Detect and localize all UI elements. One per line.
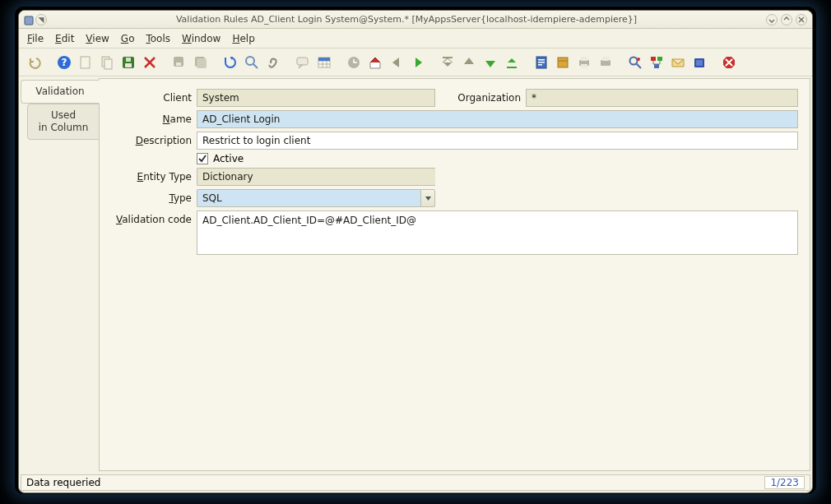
svg-rect-16 bbox=[318, 58, 330, 61]
new-icon[interactable] bbox=[77, 53, 95, 72]
active-checkbox[interactable]: Active bbox=[197, 153, 244, 164]
up-icon[interactable] bbox=[460, 53, 478, 72]
svg-rect-27 bbox=[581, 64, 587, 68]
home-icon[interactable] bbox=[366, 53, 384, 72]
svg-rect-19 bbox=[507, 67, 517, 68]
print-preview-icon[interactable] bbox=[597, 53, 615, 72]
menu-window[interactable]: Window bbox=[182, 33, 221, 44]
saveall-icon[interactable] bbox=[170, 53, 188, 72]
ignore-icon[interactable] bbox=[192, 53, 210, 72]
tab-validation[interactable]: Validation bbox=[21, 80, 100, 104]
history-icon[interactable] bbox=[345, 53, 363, 72]
tab-used-in-column[interactable]: Used in Column bbox=[27, 104, 100, 140]
find-icon[interactable] bbox=[626, 53, 644, 72]
refresh-icon[interactable] bbox=[221, 53, 239, 72]
prev-icon[interactable] bbox=[388, 53, 406, 72]
menu-view[interactable]: View bbox=[86, 33, 109, 44]
type-combo[interactable]: SQL bbox=[197, 189, 435, 207]
menu-go[interactable]: Go bbox=[121, 33, 135, 44]
svg-rect-12 bbox=[197, 58, 207, 68]
minimize-button[interactable] bbox=[766, 14, 778, 25]
attach-icon[interactable] bbox=[264, 53, 282, 72]
svg-rect-8 bbox=[126, 58, 131, 62]
svg-rect-34 bbox=[654, 64, 659, 68]
menu-edit[interactable]: Edit bbox=[55, 33, 74, 44]
product-icon[interactable] bbox=[690, 53, 708, 72]
svg-rect-26 bbox=[581, 57, 587, 61]
label-entity-type: Entity Type bbox=[106, 171, 197, 183]
titlebar: ◥ Validation Rules AD_Client Login Syste… bbox=[19, 11, 812, 29]
svg-rect-14 bbox=[297, 58, 308, 65]
next-icon[interactable] bbox=[409, 53, 427, 72]
undo-icon[interactable] bbox=[26, 53, 44, 72]
chevron-down-icon[interactable] bbox=[420, 189, 435, 207]
check-icon bbox=[197, 153, 208, 164]
request-icon[interactable] bbox=[669, 53, 687, 72]
entity-type-combo[interactable]: Dictionary bbox=[197, 168, 435, 186]
validation-code-field[interactable]: AD_Client.AD_Client_ID=@#AD_Client_ID@ bbox=[197, 210, 798, 255]
client-field: System bbox=[197, 89, 435, 107]
svg-point-13 bbox=[246, 57, 254, 65]
grid-icon[interactable] bbox=[315, 53, 333, 72]
record-counter: 1/223 bbox=[764, 476, 805, 489]
chat-icon[interactable] bbox=[294, 53, 312, 72]
window-menu-icon[interactable]: ◥ bbox=[35, 14, 47, 25]
window-title: Validation Rules AD_Client Login System@… bbox=[47, 14, 766, 25]
svg-rect-32 bbox=[651, 57, 656, 61]
organization-field: * bbox=[526, 89, 798, 107]
svg-rect-28 bbox=[601, 60, 610, 66]
help-icon[interactable]: ? bbox=[55, 53, 73, 72]
menu-tools[interactable]: Tools bbox=[146, 33, 170, 44]
print-icon[interactable] bbox=[575, 53, 593, 72]
label-description: Description bbox=[106, 135, 197, 146]
svg-text:?: ? bbox=[62, 57, 67, 68]
close-button[interactable] bbox=[796, 14, 807, 25]
label-type: Type bbox=[106, 192, 197, 204]
entity-type-value: Dictionary bbox=[197, 168, 435, 186]
form-pane: Client System Organization * Name AD_Cli… bbox=[99, 78, 810, 471]
description-field[interactable]: Restrict to login client bbox=[197, 132, 798, 150]
menubar: File Edit View Go Tools Window Help bbox=[19, 29, 812, 49]
label-name: Name bbox=[106, 113, 197, 125]
window: ◥ Validation Rules AD_Client Login Syste… bbox=[18, 10, 813, 493]
label-validation-code: Validation code bbox=[106, 210, 197, 225]
svg-rect-10 bbox=[176, 62, 181, 66]
svg-rect-22 bbox=[538, 62, 545, 63]
svg-rect-36 bbox=[696, 60, 703, 66]
delete-icon[interactable] bbox=[141, 53, 159, 72]
svg-rect-0 bbox=[25, 16, 33, 25]
menu-help[interactable]: Help bbox=[232, 33, 254, 44]
toolbar: ? bbox=[19, 49, 812, 76]
tabs: Validation Used in Column bbox=[21, 78, 100, 471]
statusbar: Data requeried 1/223 bbox=[21, 474, 810, 491]
down-icon[interactable] bbox=[481, 53, 499, 72]
zoom-icon[interactable] bbox=[243, 53, 261, 72]
label-organization: Organization bbox=[435, 92, 526, 104]
status-text: Data requeried bbox=[26, 477, 100, 488]
svg-rect-7 bbox=[125, 63, 132, 67]
workflow-icon[interactable] bbox=[648, 53, 666, 72]
svg-point-30 bbox=[630, 57, 638, 64]
active-label: Active bbox=[213, 153, 244, 164]
svg-rect-24 bbox=[558, 58, 568, 67]
svg-rect-18 bbox=[443, 57, 453, 58]
first-icon[interactable] bbox=[439, 53, 457, 72]
svg-point-31 bbox=[637, 58, 640, 61]
svg-rect-23 bbox=[538, 64, 542, 66]
svg-rect-3 bbox=[81, 57, 90, 68]
maximize-button[interactable] bbox=[781, 14, 792, 25]
label-client: Client bbox=[106, 92, 197, 104]
svg-rect-5 bbox=[104, 59, 112, 69]
archive-icon[interactable] bbox=[554, 53, 572, 72]
svg-rect-29 bbox=[602, 57, 609, 61]
type-value: SQL bbox=[197, 189, 420, 207]
report-icon[interactable] bbox=[532, 53, 550, 72]
name-field[interactable]: AD_Client Login bbox=[197, 110, 798, 128]
last-icon[interactable] bbox=[503, 53, 521, 72]
exit-icon[interactable] bbox=[720, 53, 738, 72]
copy-icon[interactable] bbox=[98, 53, 116, 72]
menu-file[interactable]: File bbox=[27, 33, 44, 44]
svg-rect-21 bbox=[538, 59, 545, 61]
app-icon bbox=[24, 16, 32, 24]
save-icon[interactable] bbox=[119, 53, 137, 72]
